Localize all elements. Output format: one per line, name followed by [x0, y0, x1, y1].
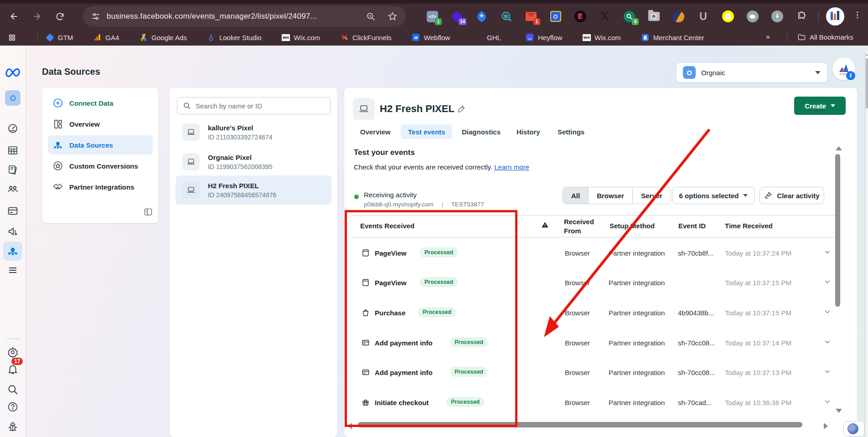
meta-logo[interactable] — [5, 68, 21, 78]
url-text[interactable]: business.facebook.com/events_manager2/li… — [107, 12, 366, 21]
bookmark-wix[interactable]: WIX Wix.com — [282, 34, 320, 41]
nav-data-sources[interactable]: Data Sources — [48, 135, 153, 154]
extension-snapchat-icon[interactable] — [722, 10, 734, 23]
page-scroll-up-arrow[interactable] — [866, 54, 868, 56]
collapse-panel-icon[interactable] — [144, 207, 153, 216]
pixel-item-h2-fresh[interactable]: H2 Fresh PIXELID 24097588456574876 — [176, 175, 331, 205]
rail-bug-icon[interactable] — [7, 422, 19, 433]
extension-swirl-icon[interactable] — [672, 10, 685, 23]
expand-row-chevron[interactable] — [824, 308, 831, 315]
tab-settings[interactable]: Settings — [558, 124, 584, 139]
bookmark-webflow[interactable]: w Webflow — [412, 34, 450, 41]
edit-pixel-icon[interactable] — [457, 104, 466, 113]
filter-server[interactable]: Server — [633, 187, 671, 204]
all-bookmarks[interactable]: All Bookmarks — [798, 33, 853, 41]
clear-activity-button[interactable]: Clear activity — [760, 187, 824, 204]
rail-billing-icon[interactable] — [7, 206, 19, 217]
extension-s-icon[interactable]: 𝐄 — [574, 10, 586, 23]
pixel-search-input[interactable]: Search by name or ID — [177, 97, 331, 114]
extension-folder-icon[interactable] — [648, 10, 660, 23]
extension-lens-icon[interactable] — [500, 10, 512, 23]
vertical-scroll-down-arrow[interactable] — [836, 409, 842, 413]
zoom-icon[interactable] — [366, 12, 376, 21]
tab-test-events[interactable]: Test events — [401, 124, 452, 139]
nav-connect-data[interactable]: Connect Data — [48, 93, 153, 113]
extension-u-icon[interactable]: U — [697, 10, 709, 23]
expand-row-chevron[interactable] — [824, 398, 831, 405]
business-selector[interactable]: O Orgnaic — [676, 62, 827, 82]
pixel-item-orgnaic[interactable]: Orgnaic PixelID 1199037562008395 — [176, 147, 331, 176]
bookmarks-overflow-chevron[interactable]: » — [766, 33, 770, 41]
extension-frame-icon[interactable] — [549, 10, 562, 23]
page-scrollbar-thumb[interactable] — [866, 58, 868, 108]
options-dropdown[interactable]: 6 options selected — [672, 187, 754, 204]
extension-x-icon[interactable]: 𝕏 — [599, 10, 611, 23]
rail-menu-icon[interactable] — [7, 265, 18, 276]
nav-partner-integrations[interactable]: Partner Integrations — [48, 177, 153, 196]
forward-button[interactable] — [26, 6, 48, 26]
expand-row-chevron[interactable] — [824, 278, 831, 285]
bookmark-ga4[interactable]: GA4 — [93, 34, 119, 41]
rail-overview-icon[interactable] — [7, 123, 19, 134]
bookmark-wix2[interactable]: WIX Wix.com — [583, 34, 621, 41]
vertical-scroll-up-arrow[interactable] — [836, 146, 842, 150]
browser-menu-icon[interactable]: ⋮ — [853, 10, 862, 20]
apps-grid-icon[interactable] — [8, 34, 16, 41]
horizontal-scroll-right-arrow[interactable] — [824, 423, 828, 429]
bookmark-clickfunnels[interactable]: ClickFunnels — [341, 34, 392, 41]
tab-diagnostics[interactable]: Diagnostics — [462, 124, 501, 139]
create-button[interactable]: Create — [794, 97, 846, 115]
learn-more-link[interactable]: Learn more — [494, 163, 529, 171]
site-info-icon[interactable] — [91, 12, 100, 21]
extension-reddit-icon[interactable] — [746, 10, 759, 23]
pixel-item-kallure[interactable]: kallure's PixelID 2110303392724674 — [176, 118, 331, 147]
bookmark-gtm[interactable]: GTM — [46, 34, 73, 41]
url-bar[interactable]: business.facebook.com/events_manager2/li… — [83, 6, 406, 27]
filter-all[interactable]: All — [563, 187, 589, 204]
left-rail: 17 — [0, 46, 26, 437]
toolbar-divider — [818, 11, 819, 22]
rail-notifications-icon[interactable]: 17 — [7, 363, 19, 375]
rail-table-icon[interactable] — [7, 145, 18, 156]
expand-row-chevron[interactable] — [824, 368, 831, 375]
rail-settings-icon[interactable] — [7, 347, 19, 358]
bookmark-star-icon[interactable] — [388, 11, 398, 21]
bookmark-ghl[interactable]: GHL — [487, 34, 501, 41]
extension-diamond-icon[interactable]: 14 — [451, 10, 463, 23]
profile-avatar[interactable] — [826, 7, 844, 26]
nav-custom-conversions[interactable]: Custom Conversions — [48, 156, 153, 175]
tab-overview[interactable]: Overview — [360, 124, 391, 139]
bookmarks-divider-2 — [787, 33, 787, 42]
expand-row-chevron[interactable] — [824, 248, 831, 256]
rail-ads-icon[interactable] — [7, 226, 19, 237]
rail-search-icon[interactable] — [7, 384, 19, 396]
tab-history[interactable]: History — [517, 124, 540, 139]
extension-green-search-icon[interactable]: 4 — [623, 10, 636, 23]
extension-pin-icon[interactable] — [771, 10, 783, 23]
events-manager-app: 17 Data Sources O Orgnaic ADVANCE f Conn… — [0, 46, 868, 437]
back-button[interactable] — [3, 6, 26, 26]
bookmark-heyflow[interactable]: Heyflow — [526, 34, 562, 41]
extension-mail-icon[interactable]: 1 — [525, 10, 537, 23]
vertical-scrollbar-thumb[interactable] — [835, 154, 840, 307]
business-shortcut-tile[interactable] — [5, 90, 21, 106]
bookmark-merchant-center[interactable]: Merchant Center — [641, 34, 704, 41]
bookmark-google-ads[interactable]: Google Ads — [140, 34, 187, 41]
expand-row-chevron[interactable] — [824, 338, 831, 345]
extensions-row: </>1 14 1 𝐄 𝕏 4 U — [426, 4, 808, 29]
extensions-puzzle-icon[interactable] — [796, 10, 808, 23]
account-avatar[interactable]: ADVANCE f — [832, 57, 855, 80]
extension-tag-icon[interactable] — [475, 10, 488, 23]
rail-data-sources-icon[interactable] — [3, 242, 22, 261]
extension-code-icon[interactable]: </>1 — [426, 10, 439, 23]
annotation-red-rectangle — [345, 210, 517, 427]
filter-browser[interactable]: Browser — [589, 187, 633, 204]
nav-overview[interactable]: Overview — [48, 114, 153, 134]
reload-button[interactable] — [48, 6, 71, 26]
rail-reports-icon[interactable] — [7, 165, 18, 175]
translate-widget[interactable] — [843, 421, 864, 437]
rail-help-icon[interactable] — [7, 401, 19, 413]
bookmark-looker-studio[interactable]: Looker Studio — [207, 34, 262, 41]
page-scrollbar-track[interactable] — [865, 52, 868, 437]
rail-audiences-icon[interactable] — [7, 183, 19, 195]
